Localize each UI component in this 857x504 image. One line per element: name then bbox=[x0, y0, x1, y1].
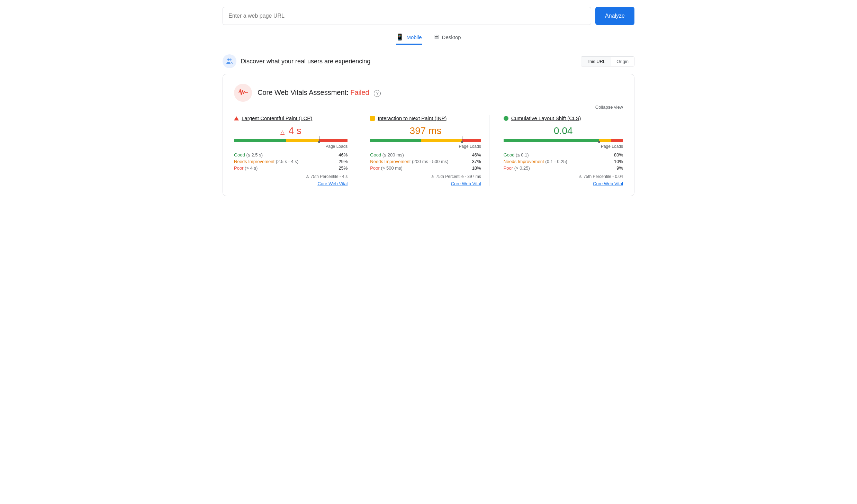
real-users-title: Discover what your real users are experi… bbox=[241, 58, 370, 65]
device-tabs: 📱 Mobile 🖥 Desktop bbox=[223, 33, 634, 45]
cls-value: 0.04 bbox=[504, 125, 623, 136]
cls-bar bbox=[504, 139, 623, 142]
cls-bar-orange bbox=[599, 139, 611, 142]
svg-point-0 bbox=[227, 58, 229, 61]
lcp-core-web-vital-link[interactable]: Core Web Vital bbox=[234, 181, 348, 186]
inp-bar-red bbox=[462, 139, 481, 142]
lcp-bar bbox=[234, 139, 348, 142]
this-url-button[interactable]: This URL bbox=[581, 57, 611, 66]
lcp-indicator bbox=[234, 116, 239, 120]
cls-indicator bbox=[504, 116, 508, 121]
inp-breakdown: Good (≤ 200 ms) 46% Needs Improvement (2… bbox=[370, 152, 481, 171]
lcp-bar-green bbox=[234, 139, 286, 142]
metric-cls: Cumulative Layout Shift (CLS) 0.04 bbox=[501, 115, 623, 186]
inp-percentile: ♙75th Percentile - 397 ms bbox=[370, 174, 481, 179]
metrics-grid: Largest Contentful Paint (LCP) △ 4 s bbox=[234, 115, 623, 186]
analyze-button[interactable]: Analyze bbox=[595, 7, 634, 25]
cls-page-loads: Page Loads bbox=[504, 144, 623, 149]
cls-breakdown: Good (≤ 0.1) 80% Needs Improvement (0.1 … bbox=[504, 152, 623, 171]
tab-mobile[interactable]: 📱 Mobile bbox=[396, 33, 422, 45]
desktop-icon: 🖥 bbox=[433, 34, 439, 41]
cls-core-web-vital-link[interactable]: Core Web Vital bbox=[504, 181, 623, 186]
lcp-page-loads: Page Loads bbox=[234, 144, 348, 149]
cls-bar-red bbox=[611, 139, 623, 142]
inp-indicator bbox=[370, 116, 375, 121]
assessment-title: Core Web Vitals Assessment: Failed ? bbox=[258, 89, 381, 97]
inp-bar-marker bbox=[461, 136, 463, 143]
assessment-icon-wrapper bbox=[234, 84, 252, 102]
collapse-view-button[interactable]: Collapse view bbox=[234, 105, 623, 110]
inp-bar-orange bbox=[421, 139, 462, 142]
assessment-header: Core Web Vitals Assessment: Failed ? bbox=[234, 84, 623, 102]
mobile-icon: 📱 bbox=[396, 33, 404, 41]
svg-point-1 bbox=[229, 58, 232, 61]
tab-mobile-label: Mobile bbox=[406, 34, 422, 40]
failed-icon bbox=[238, 89, 248, 97]
tab-desktop[interactable]: 🖥 Desktop bbox=[433, 34, 461, 45]
help-icon[interactable]: ? bbox=[374, 90, 381, 97]
lcp-value: △ 4 s bbox=[234, 125, 348, 136]
origin-button[interactable]: Origin bbox=[611, 57, 634, 66]
inp-bar-green bbox=[370, 139, 421, 142]
real-users-header: Discover what your real users are experi… bbox=[223, 54, 634, 68]
metric-lcp: Largest Contentful Paint (LCP) △ 4 s bbox=[234, 115, 356, 186]
inp-core-web-vital-link[interactable]: Core Web Vital bbox=[370, 181, 481, 186]
url-input[interactable]: https://developers.google.com/ bbox=[223, 7, 591, 25]
inp-value: 397 ms bbox=[370, 125, 481, 136]
inp-bar bbox=[370, 139, 481, 142]
metric-inp: Interaction to Next Paint (INP) 397 ms bbox=[367, 115, 489, 186]
cls-percentile: ♙75th Percentile - 0.04 bbox=[504, 174, 623, 179]
lcp-bar-red bbox=[319, 139, 348, 142]
main-card: Core Web Vitals Assessment: Failed ? Col… bbox=[223, 74, 634, 196]
lcp-value-icon: △ bbox=[280, 129, 285, 135]
tab-desktop-label: Desktop bbox=[442, 34, 461, 40]
lcp-bar-orange bbox=[286, 139, 319, 142]
lcp-title[interactable]: Largest Contentful Paint (LCP) bbox=[242, 115, 312, 121]
lcp-bar-marker bbox=[318, 136, 320, 143]
lcp-percentile: ♙75th Percentile - 4 s bbox=[234, 174, 348, 179]
users-icon bbox=[223, 54, 236, 68]
lcp-breakdown: Good (≤ 2.5 s) 46% Needs Improvement (2.… bbox=[234, 152, 348, 171]
cls-bar-green bbox=[504, 139, 599, 142]
cls-bar-marker bbox=[598, 136, 600, 143]
cls-title[interactable]: Cumulative Layout Shift (CLS) bbox=[511, 115, 581, 121]
url-origin-toggle: This URL Origin bbox=[581, 56, 634, 66]
inp-title[interactable]: Interaction to Next Paint (INP) bbox=[378, 115, 446, 121]
inp-page-loads: Page Loads bbox=[370, 144, 481, 149]
